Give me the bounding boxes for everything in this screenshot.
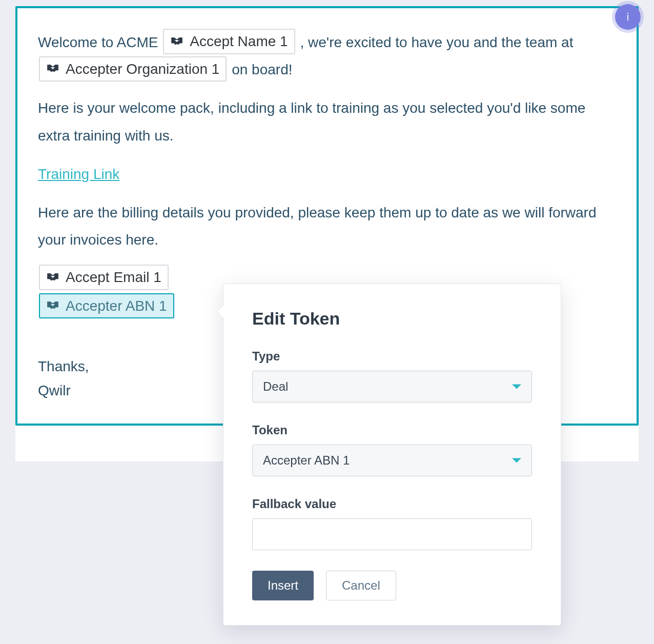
pack-paragraph: Here is your welcome pack, including a l… — [38, 94, 616, 149]
token-label: Accepter ABN 1 — [66, 296, 167, 316]
fallback-label: Fallback value — [252, 497, 532, 511]
popover-title: Edit Token — [252, 309, 532, 329]
fallback-input[interactable] — [252, 518, 532, 550]
handshake-icon — [169, 36, 185, 47]
token-group: Token Accepter ABN 1 — [252, 423, 532, 476]
handshake-icon — [45, 272, 60, 283]
info-icon: i — [627, 11, 629, 23]
chevron-down-icon — [512, 385, 521, 389]
handshake-icon — [45, 300, 60, 311]
info-badge[interactable]: i — [615, 4, 641, 30]
token-label: Accepter Organization 1 — [66, 59, 219, 79]
chevron-down-icon — [512, 458, 521, 463]
welcome-suffix: on board! — [232, 62, 292, 77]
billing-paragraph: Here are the billing details you provide… — [38, 199, 616, 253]
token-label: Accept Email 1 — [66, 267, 161, 287]
welcome-prefix: Welcome to ACME — [38, 34, 162, 50]
fallback-group: Fallback value — [252, 497, 532, 550]
token-accepter-abn[interactable]: Accepter ABN 1 — [39, 293, 174, 318]
button-row: Insert Cancel — [252, 571, 532, 600]
token-accepter-org[interactable]: Accepter Organization 1 — [39, 56, 227, 82]
type-group: Type Deal — [252, 349, 532, 402]
token-accept-email[interactable]: Accept Email 1 — [39, 265, 169, 290]
token-value: Accepter ABN 1 — [263, 453, 350, 467]
type-select[interactable]: Deal — [252, 371, 532, 402]
type-value: Deal — [263, 379, 288, 393]
type-label: Type — [252, 349, 532, 364]
training-link[interactable]: Training Link — [38, 160, 119, 188]
token-label: Accept Name 1 — [190, 31, 288, 51]
handshake-icon — [45, 63, 60, 74]
welcome-paragraph: Welcome to ACME Accept Name 1 , we're ex… — [38, 29, 616, 83]
welcome-mid: , we're excited to have you and the team… — [300, 34, 573, 50]
token-select-label: Token — [252, 423, 532, 437]
insert-button[interactable]: Insert — [252, 571, 314, 600]
token-select[interactable]: Accepter ABN 1 — [252, 445, 532, 476]
edit-token-popover: Edit Token Type Deal Token Accepter ABN … — [223, 284, 561, 626]
popover-arrow — [217, 305, 224, 319]
token-accept-name[interactable]: Accept Name 1 — [163, 29, 295, 54]
cancel-button[interactable]: Cancel — [326, 571, 396, 600]
